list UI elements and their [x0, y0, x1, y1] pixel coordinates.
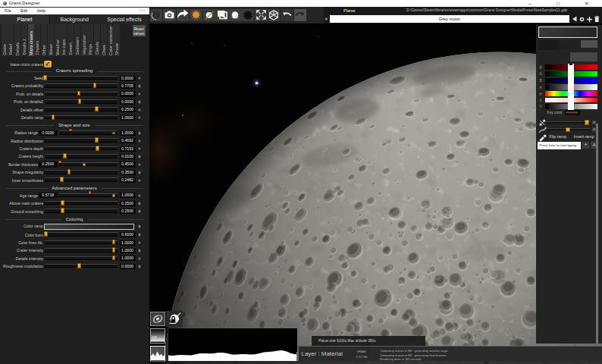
svg-text:98: 98: [152, 334, 157, 340]
